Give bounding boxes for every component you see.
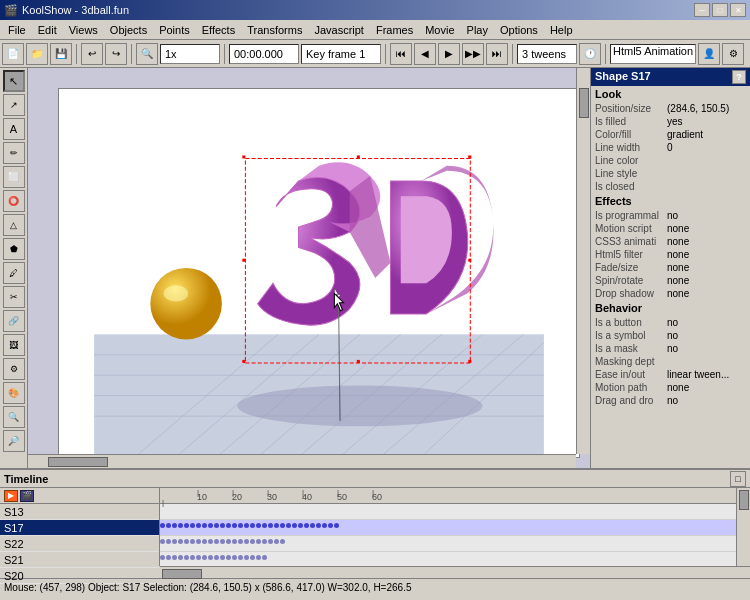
tool-6[interactable]: ⭕ bbox=[3, 190, 25, 212]
maximize-button[interactable]: □ bbox=[712, 3, 728, 17]
menu-item-points[interactable]: Points bbox=[153, 22, 196, 38]
timeline: Timeline □ ▶ 🎬 S13 S17 S22 S21 bbox=[0, 468, 750, 578]
time-display: 00:00.000 bbox=[229, 44, 299, 64]
tool-8[interactable]: ⬟ bbox=[3, 238, 25, 260]
timeline-vscroll[interactable] bbox=[736, 488, 750, 566]
menu-item-movie[interactable]: Movie bbox=[419, 22, 460, 38]
svg-rect-18 bbox=[357, 155, 360, 158]
canvas-inner[interactable] bbox=[58, 88, 580, 458]
zoom-display: 1x bbox=[160, 44, 220, 64]
minimize-button[interactable]: ─ bbox=[694, 3, 710, 17]
undo-button[interactable]: ↩ bbox=[81, 43, 103, 65]
linestyle-label: Line style bbox=[595, 168, 667, 179]
menu-item-frames[interactable]: Frames bbox=[370, 22, 419, 38]
zoom-button[interactable]: 🔍 bbox=[136, 43, 158, 65]
menu-item-file[interactable]: File bbox=[2, 22, 32, 38]
prop-linecolor: Line color bbox=[591, 154, 750, 167]
animation-btn2[interactable]: ⚙ bbox=[722, 43, 744, 65]
isprogrammal-label: Is programmal bbox=[595, 210, 667, 221]
tool-10[interactable]: ✂ bbox=[3, 286, 25, 308]
timeline-tracks[interactable]: 10 20 30 40 50 60 bbox=[160, 488, 736, 566]
open-button[interactable]: 📁 bbox=[26, 43, 48, 65]
canvas-svg bbox=[59, 89, 579, 457]
redo-button[interactable]: ↪ bbox=[105, 43, 127, 65]
tool-11[interactable]: 🔗 bbox=[3, 310, 25, 332]
canvas-hscroll[interactable] bbox=[28, 454, 576, 468]
tool-9[interactable]: 🖊 bbox=[3, 262, 25, 284]
motionpath-value: none bbox=[667, 382, 689, 393]
tool-12[interactable]: 🖼 bbox=[3, 334, 25, 356]
right-panel: Shape S17 ? Look Position/size (284.6, 1… bbox=[590, 68, 750, 468]
motionscript-label: Motion script bbox=[595, 223, 667, 234]
menu-item-objects[interactable]: Objects bbox=[104, 22, 153, 38]
isabutton-value: no bbox=[667, 317, 678, 328]
timeline-vscroll-thumb[interactable] bbox=[739, 490, 749, 510]
prop-easeinout: Ease in/out linear tween... bbox=[591, 368, 750, 381]
behavior-section-header: Behavior bbox=[591, 300, 750, 316]
timeline-collapse-btn[interactable]: □ bbox=[730, 471, 746, 487]
new-button[interactable]: 📄 bbox=[2, 43, 24, 65]
timeline-track-s21[interactable]: S21 bbox=[0, 552, 159, 568]
play-begin-button[interactable]: ⏮ bbox=[390, 43, 412, 65]
timeline-labels: ▶ 🎬 S13 S17 S22 S21 S20 bbox=[0, 488, 160, 566]
menu-item-options[interactable]: Options bbox=[494, 22, 544, 38]
tool-4[interactable]: ✏ bbox=[3, 142, 25, 164]
prop-motionpath: Motion path none bbox=[591, 381, 750, 394]
canvas-area[interactable] bbox=[28, 68, 590, 468]
help-button[interactable]: ? bbox=[732, 70, 746, 84]
prop-colorfill: Color/fill gradient bbox=[591, 128, 750, 141]
isclosed-label: Is closed bbox=[595, 181, 667, 192]
titlebar-title: KoolShow - 3dball.fun bbox=[22, 4, 129, 16]
tool-16[interactable]: 🔎 bbox=[3, 430, 25, 452]
play-prev-button[interactable]: ◀ bbox=[414, 43, 436, 65]
select-tool-2[interactable]: ↗ bbox=[3, 94, 25, 116]
tween-display: 3 tweens bbox=[517, 44, 577, 64]
animation-name-combo[interactable]: Html5 Animation bbox=[610, 44, 696, 64]
dropshadow-label: Drop shadow bbox=[595, 288, 667, 299]
play-button[interactable]: ▶ bbox=[438, 43, 460, 65]
timeline-track-s22[interactable]: S22 bbox=[0, 536, 159, 552]
svg-point-15 bbox=[164, 285, 189, 301]
text-tool[interactable]: A bbox=[3, 118, 25, 140]
timeline-hscroll-thumb[interactable] bbox=[162, 569, 202, 579]
prop-isasymbol: Is a symbol no bbox=[591, 329, 750, 342]
menu-item-effects[interactable]: Effects bbox=[196, 22, 241, 38]
svg-point-14 bbox=[150, 268, 222, 340]
sep2 bbox=[131, 44, 132, 64]
menu-item-transforms[interactable]: Transforms bbox=[241, 22, 308, 38]
timeline-track-s13[interactable]: S13 bbox=[0, 504, 159, 520]
canvas-vscroll[interactable] bbox=[576, 68, 590, 454]
menu-item-help[interactable]: Help bbox=[544, 22, 579, 38]
spinrotate-value: none bbox=[667, 275, 689, 286]
track-s17-dots bbox=[160, 523, 339, 528]
animation-button[interactable]: 👤 bbox=[698, 43, 720, 65]
tool-13[interactable]: ⚙ bbox=[3, 358, 25, 380]
timeline-content: ▶ 🎬 S13 S17 S22 S21 S20 10 bbox=[0, 488, 750, 566]
prop-dropshadow: Drop shadow none bbox=[591, 287, 750, 300]
select-tool[interactable]: ↖ bbox=[3, 70, 25, 92]
menu-item-play[interactable]: Play bbox=[461, 22, 494, 38]
timeline-track-s17[interactable]: S17 bbox=[0, 520, 159, 536]
menu-item-javascript[interactable]: Javascript bbox=[308, 22, 370, 38]
isasymbol-value: no bbox=[667, 330, 678, 341]
sep6 bbox=[605, 44, 606, 64]
clock-button[interactable]: 🕐 bbox=[579, 43, 601, 65]
menu-item-edit[interactable]: Edit bbox=[32, 22, 63, 38]
html5filter-value: none bbox=[667, 249, 689, 260]
prop-html5filter: Html5 filter none bbox=[591, 248, 750, 261]
ruler-30: 30 bbox=[267, 492, 302, 502]
menu-item-views[interactable]: Views bbox=[63, 22, 104, 38]
isasymbol-label: Is a symbol bbox=[595, 330, 667, 341]
play-end-button[interactable]: ⏭ bbox=[486, 43, 508, 65]
tool-14[interactable]: 🎨 bbox=[3, 382, 25, 404]
play-next-button[interactable]: ▶▶ bbox=[462, 43, 484, 65]
timeline-ruler: 10 20 30 40 50 60 bbox=[160, 488, 736, 504]
tool-15[interactable]: 🔍 bbox=[3, 406, 25, 428]
tool-7[interactable]: △ bbox=[3, 214, 25, 236]
motionscript-value: none bbox=[667, 223, 689, 234]
tool-5[interactable]: ⬜ bbox=[3, 166, 25, 188]
close-button[interactable]: ✕ bbox=[730, 3, 746, 17]
prop-motionscript: Motion script none bbox=[591, 222, 750, 235]
save-button[interactable]: 💾 bbox=[50, 43, 72, 65]
fadesize-value: none bbox=[667, 262, 689, 273]
